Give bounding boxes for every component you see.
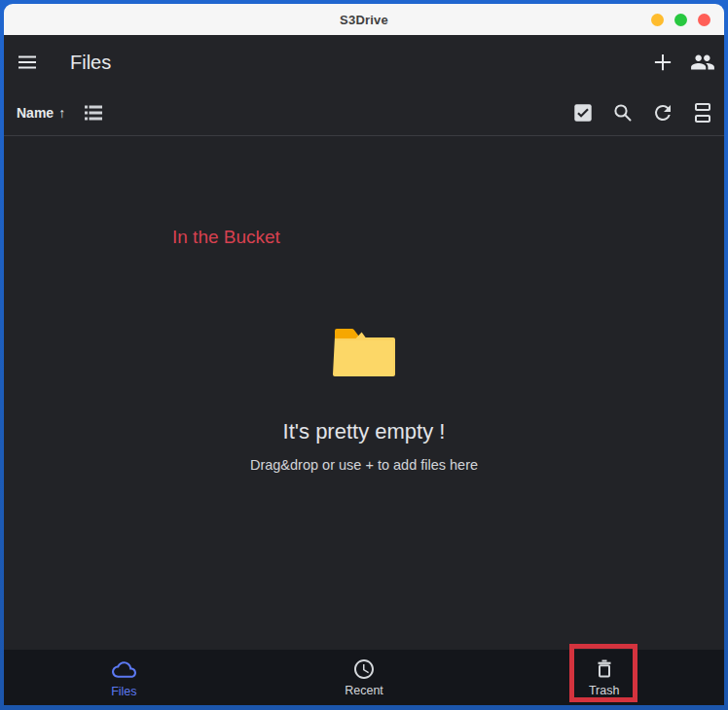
sort-label: Name [17,105,54,121]
toolbar: Name ↑ [4,89,724,135]
titlebar[interactable]: S3Drive [4,4,724,35]
refresh-button[interactable] [650,100,675,125]
app-bar: Files [4,35,724,89]
nav-label-trash: Trash [589,684,620,697]
zoom-button[interactable] [674,14,687,26]
window-title: S3Drive [340,13,388,27]
file-list-area[interactable]: In the Bucket It's pretty empty ! Drag&d… [4,136,724,650]
nav-label-files: Files [111,685,136,698]
trash-icon [593,657,616,681]
people-icon [690,50,715,75]
sort-ascending-icon: ↑ [58,105,65,121]
window-frame: S3Drive Files [0,0,728,710]
empty-state-subtitle: Drag&drop or use + to add files here [250,457,478,473]
menu-button[interactable] [15,50,40,75]
traffic-lights [651,4,710,35]
folder-icon [333,329,395,376]
share-users-button[interactable] [690,50,715,75]
annotation-label: In the Bucket [172,227,280,248]
detail-list-view-icon [82,101,105,124]
menu-icon [16,51,39,74]
detail-list-view-button[interactable] [81,100,106,125]
sort-button[interactable]: Name ↑ [17,105,65,121]
split-view-icon [691,101,714,124]
close-button[interactable] [698,14,710,26]
empty-state: It's pretty empty ! Drag&drop or use + t… [4,329,724,473]
cloud-icon [112,657,136,682]
nav-label-recent: Recent [345,684,383,697]
bottom-navigation: Files Recent Trash [4,650,724,705]
layout-view-button[interactable] [690,100,715,125]
select-mode-button[interactable] [570,100,596,125]
minimize-button[interactable] [651,14,664,26]
app-window: Files [4,35,724,705]
add-button[interactable] [650,50,675,75]
refresh-icon [651,101,674,124]
search-icon [611,101,635,124]
page-title: Files [70,52,111,74]
search-button[interactable] [610,100,636,125]
empty-state-title: It's pretty empty ! [283,419,446,444]
checkbox-checked-icon [572,102,594,124]
nav-item-recent[interactable]: Recent [244,650,485,705]
nav-item-trash[interactable]: Trash [484,650,724,705]
nav-item-files[interactable]: Files [4,650,244,705]
clock-icon [352,657,376,681]
add-icon [650,50,675,75]
